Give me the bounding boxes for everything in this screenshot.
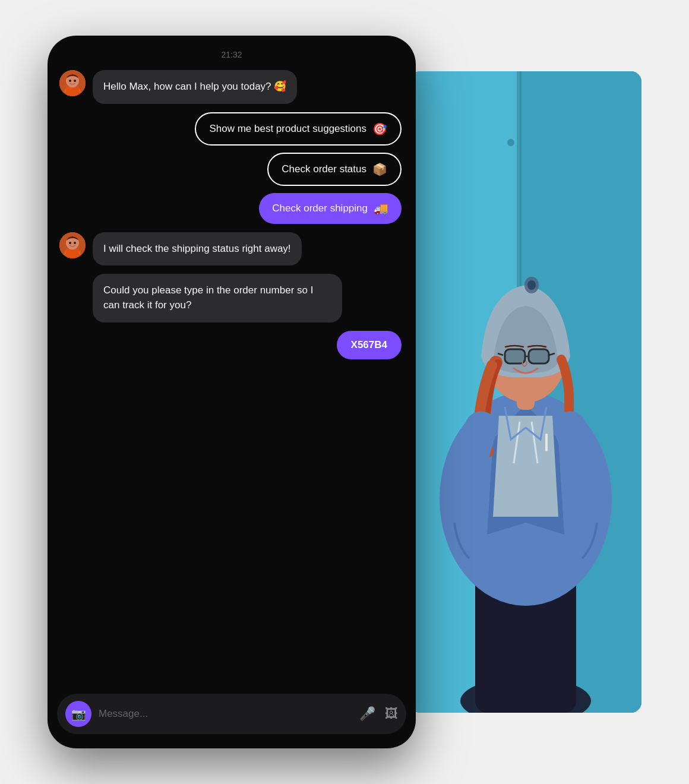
chip-icon-suggestions: 🎯 <box>372 122 387 136</box>
camera-button[interactable]: 📷 <box>65 701 91 727</box>
svg-point-29 <box>74 80 76 82</box>
timestamp: 21:32 <box>59 50 404 59</box>
image-icon[interactable]: 🖼 <box>385 706 398 722</box>
bot-avatar <box>59 70 86 96</box>
camera-icon: 📷 <box>71 707 86 721</box>
chip-label: Check order status <box>282 163 366 175</box>
bot-response-row: I will check the shipping status right a… <box>59 232 404 266</box>
svg-rect-14 <box>545 434 548 451</box>
svg-point-32 <box>69 242 71 244</box>
chip-label: Show me best product suggestions <box>209 123 366 135</box>
chip-label: Check order shipping <box>272 203 368 214</box>
chip-icon-shipping: 🚚 <box>374 201 388 216</box>
chip-product-suggestions[interactable]: Show me best product suggestions 🎯 <box>195 112 402 146</box>
photo-panel <box>410 71 641 713</box>
user-bubble: X567B4 <box>337 331 402 359</box>
bot-response-2: Could you please type in the order numbe… <box>93 274 342 322</box>
greeting-row: Hello Max, how can I help you today? 🥰 <box>59 70 404 104</box>
chip-order-shipping[interactable]: Check order shipping 🚚 <box>259 193 402 224</box>
svg-point-28 <box>69 80 71 82</box>
svg-point-3 <box>507 139 514 146</box>
chat-area: 21:32 <box>48 36 416 694</box>
scene: 21:32 <box>48 36 641 748</box>
chip-icon-status: 📦 <box>372 162 387 176</box>
phone-panel: 21:32 <box>48 36 416 748</box>
input-bar: 📷 Message... 🎤 🖼 <box>57 694 406 734</box>
svg-rect-21 <box>529 349 549 363</box>
bot-response-1: I will check the shipping status right a… <box>93 232 302 266</box>
microphone-icon[interactable]: 🎤 <box>359 706 375 722</box>
input-action-icons: 🎤 🖼 <box>359 706 398 722</box>
user-reply-row: X567B4 <box>59 331 404 359</box>
bot-bubbles-extra: Could you please type in the order numbe… <box>93 274 404 322</box>
message-input[interactable]: Message... <box>99 708 352 720</box>
bot-avatar-2 <box>59 232 86 258</box>
chips-area: Show me best product suggestions 🎯 Check… <box>59 112 404 224</box>
svg-point-33 <box>74 242 76 244</box>
greeting-bubble: Hello Max, how can I help you today? 🥰 <box>93 70 297 104</box>
chip-order-status[interactable]: Check order status 📦 <box>267 153 402 186</box>
svg-point-25 <box>527 280 536 290</box>
